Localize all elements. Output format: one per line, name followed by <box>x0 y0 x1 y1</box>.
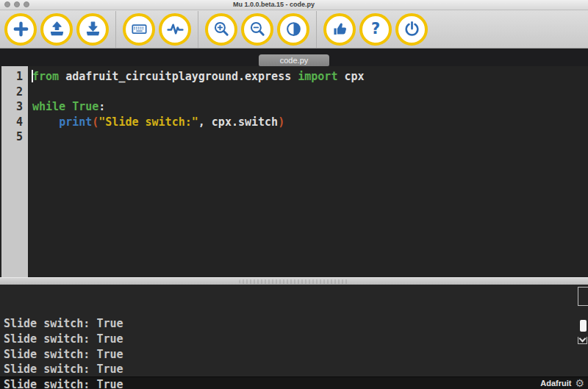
toolbar-separator <box>115 11 116 48</box>
code-token-paren: ) <box>278 115 284 129</box>
tab-bar: code.py <box>0 49 588 66</box>
console-line: Slide switch: True <box>4 377 588 389</box>
code-token-plain: adafruit_circuitplayground.express <box>59 70 298 83</box>
pulse-icon <box>166 20 184 38</box>
console-line: Slide switch: True <box>4 362 588 377</box>
save-button[interactable] <box>76 13 109 46</box>
download-tray-icon <box>84 20 102 38</box>
code-token-kw: from <box>32 70 59 83</box>
line-number: 2 <box>1 85 28 100</box>
splitter-ghost-text <box>239 279 349 284</box>
code-line: while True: <box>32 99 588 115</box>
theme-button[interactable] <box>277 13 309 46</box>
code-line <box>32 129 588 145</box>
plus-icon <box>12 20 30 38</box>
console-line: Slide switch: True <box>4 347 588 363</box>
magnifier-minus-icon <box>248 20 267 38</box>
scrollbar-thumb[interactable] <box>580 320 587 332</box>
keyboard-icon <box>130 20 148 38</box>
title-bar: Mu 1.0.0.beta.15 - code.py <box>0 0 588 10</box>
code-editor[interactable]: 12345 from adafruit_circuitplayground.ex… <box>0 66 588 277</box>
load-button[interactable] <box>40 13 73 46</box>
code-token-str: "Slide switch:" <box>98 115 198 129</box>
thumbs-up-icon <box>331 20 349 38</box>
line-number-gutter: 12345 <box>1 66 28 277</box>
help-button[interactable]: ? <box>359 13 392 46</box>
code-line <box>32 85 588 100</box>
line-number: 4 <box>1 115 28 130</box>
quit-button[interactable] <box>395 13 428 46</box>
code-token-paren: ( <box>92 115 98 129</box>
line-number: 1 <box>1 69 28 85</box>
line-number: 5 <box>1 129 28 145</box>
check-button[interactable] <box>323 13 356 46</box>
code-token-plain <box>65 100 72 113</box>
magnifier-plus-icon <box>212 20 231 38</box>
toolbar: ? <box>0 10 588 49</box>
chevron-down-icon <box>579 335 587 343</box>
code-line: print("Slide switch:", cpx.switch) <box>32 115 588 130</box>
code-token-plain <box>32 115 59 129</box>
code-token-plain: , cpx.switch <box>198 115 278 129</box>
window-title: Mu 1.0.0.beta.15 - code.py <box>0 0 548 10</box>
pane-splitter[interactable] <box>0 277 588 285</box>
question-icon: ? <box>371 21 380 37</box>
code-token-plain: : <box>98 100 105 113</box>
code-token-kw: while <box>32 100 65 113</box>
toolbar-separator <box>198 11 198 48</box>
plotter-button[interactable] <box>159 13 191 46</box>
power-icon <box>403 20 421 38</box>
tab-code-py[interactable]: code.py <box>259 54 329 66</box>
console-line: Slide switch: True <box>4 316 588 332</box>
code-token-plain: cpx <box>337 70 364 83</box>
zoom-out-button[interactable] <box>241 13 273 46</box>
console-line: Slide switch: True <box>4 332 588 347</box>
contrast-icon <box>284 20 303 38</box>
code-token-kw: import <box>298 70 337 83</box>
repl-button[interactable] <box>123 13 155 46</box>
line-number: 3 <box>1 99 28 115</box>
console-scrollbar[interactable] <box>578 257 587 374</box>
code-token-kw: True <box>72 100 98 113</box>
code-text-area[interactable]: from adafruit_circuitplayground.express … <box>28 66 588 277</box>
new-button[interactable] <box>4 13 37 46</box>
scrollbar-down-button[interactable] <box>578 337 587 344</box>
upload-tray-icon <box>48 20 66 38</box>
toolbar-separator <box>316 11 317 48</box>
code-token-builtin: print <box>59 115 92 129</box>
code-line: from adafruit_circuitplayground.express … <box>32 69 588 85</box>
zoom-in-button[interactable] <box>205 13 237 46</box>
serial-console[interactable]: Slide switch: TrueSlide switch: TrueSlid… <box>0 285 588 376</box>
editor-caret <box>32 70 33 82</box>
question-glyph: ? <box>371 20 380 38</box>
scrollbar-track[interactable] <box>578 287 588 306</box>
